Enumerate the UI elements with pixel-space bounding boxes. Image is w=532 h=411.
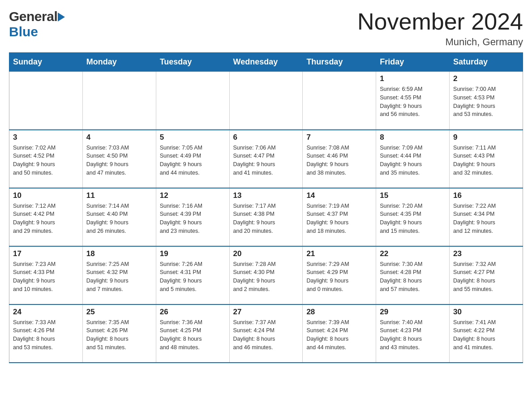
day-cell: 28Sunrise: 7:39 AMSunset: 4:24 PMDayligh…: [303, 304, 376, 363]
day-number: 22: [380, 249, 446, 258]
day-info: Sunrise: 7:28 AMSunset: 4:30 PMDaylight:…: [233, 260, 299, 294]
day-header-thursday: Thursday: [303, 53, 376, 72]
day-info: Sunrise: 7:35 AMSunset: 4:26 PMDaylight:…: [86, 318, 152, 352]
page-header: General Blue November 2024 Munich, Germa…: [9, 9, 523, 48]
week-row-4: 17Sunrise: 7:23 AMSunset: 4:33 PMDayligh…: [9, 246, 523, 304]
day-number: 14: [306, 191, 372, 200]
day-info: Sunrise: 7:03 AMSunset: 4:50 PMDaylight:…: [86, 144, 152, 177]
day-info: Sunrise: 7:30 AMSunset: 4:28 PMDaylight:…: [380, 260, 446, 294]
day-cell: 1Sunrise: 6:59 AMSunset: 4:55 PMDaylight…: [376, 72, 450, 130]
day-number: 13: [233, 191, 299, 200]
calendar-table: SundayMondayTuesdayWednesdayThursdayFrid…: [9, 52, 523, 363]
day-number: 2: [453, 74, 519, 83]
week-row-5: 24Sunrise: 7:33 AMSunset: 4:26 PMDayligh…: [9, 304, 523, 363]
logo: General Blue: [9, 9, 65, 39]
day-info: Sunrise: 7:05 AMSunset: 4:49 PMDaylight:…: [160, 144, 226, 177]
day-cell: 25Sunrise: 7:35 AMSunset: 4:26 PMDayligh…: [82, 304, 156, 363]
day-number: 16: [453, 191, 519, 200]
day-number: 30: [453, 308, 519, 317]
day-cell: 27Sunrise: 7:37 AMSunset: 4:24 PMDayligh…: [229, 304, 303, 363]
day-number: 17: [13, 249, 79, 258]
day-cell: [303, 72, 376, 130]
day-cell: [156, 72, 229, 130]
day-info: Sunrise: 7:02 AMSunset: 4:52 PMDaylight:…: [13, 144, 79, 177]
day-number: 20: [233, 249, 299, 258]
day-cell: 29Sunrise: 7:40 AMSunset: 4:23 PMDayligh…: [376, 304, 450, 363]
day-number: 25: [86, 308, 152, 317]
day-cell: 24Sunrise: 7:33 AMSunset: 4:26 PMDayligh…: [9, 304, 83, 363]
day-number: 5: [160, 133, 226, 142]
day-number: 24: [13, 308, 79, 317]
day-info: Sunrise: 7:06 AMSunset: 4:47 PMDaylight:…: [233, 144, 299, 177]
day-info: Sunrise: 7:09 AMSunset: 4:44 PMDaylight:…: [380, 144, 446, 177]
day-number: 29: [380, 308, 446, 317]
day-header-monday: Monday: [82, 53, 156, 72]
day-header-friday: Friday: [376, 53, 450, 72]
day-info: Sunrise: 7:00 AMSunset: 4:53 PMDaylight:…: [453, 85, 519, 119]
day-number: 27: [233, 308, 299, 317]
day-cell: 18Sunrise: 7:25 AMSunset: 4:32 PMDayligh…: [82, 246, 156, 304]
day-header-saturday: Saturday: [450, 53, 523, 72]
day-cell: 9Sunrise: 7:11 AMSunset: 4:43 PMDaylight…: [450, 130, 523, 188]
day-info: Sunrise: 7:14 AMSunset: 4:40 PMDaylight:…: [86, 202, 152, 235]
day-info: Sunrise: 7:16 AMSunset: 4:39 PMDaylight:…: [160, 202, 226, 235]
day-number: 11: [86, 191, 152, 200]
day-info: Sunrise: 7:25 AMSunset: 4:32 PMDaylight:…: [86, 260, 152, 294]
day-info: Sunrise: 7:19 AMSunset: 4:37 PMDaylight:…: [306, 202, 372, 235]
day-info: Sunrise: 7:12 AMSunset: 4:42 PMDaylight:…: [13, 202, 79, 235]
logo-general-text: General: [9, 9, 57, 24]
day-cell: 2Sunrise: 7:00 AMSunset: 4:53 PMDaylight…: [450, 72, 523, 130]
day-cell: 19Sunrise: 7:26 AMSunset: 4:31 PMDayligh…: [156, 246, 229, 304]
day-number: 4: [86, 133, 152, 142]
day-cell: 22Sunrise: 7:30 AMSunset: 4:28 PMDayligh…: [376, 246, 450, 304]
day-info: Sunrise: 7:08 AMSunset: 4:46 PMDaylight:…: [306, 144, 372, 177]
day-number: 19: [160, 249, 226, 258]
day-number: 21: [306, 249, 372, 258]
day-number: 10: [13, 191, 79, 200]
day-info: Sunrise: 7:41 AMSunset: 4:22 PMDaylight:…: [453, 318, 519, 352]
day-info: Sunrise: 7:11 AMSunset: 4:43 PMDaylight:…: [453, 144, 519, 177]
day-cell: 17Sunrise: 7:23 AMSunset: 4:33 PMDayligh…: [9, 246, 83, 304]
day-info: Sunrise: 7:40 AMSunset: 4:23 PMDaylight:…: [380, 318, 446, 352]
day-number: 8: [380, 133, 446, 142]
days-of-week-row: SundayMondayTuesdayWednesdayThursdayFrid…: [9, 53, 523, 72]
day-cell: 11Sunrise: 7:14 AMSunset: 4:40 PMDayligh…: [82, 188, 156, 246]
day-info: Sunrise: 7:17 AMSunset: 4:38 PMDaylight:…: [233, 202, 299, 235]
month-year-title: November 2024: [357, 9, 523, 34]
day-info: Sunrise: 7:29 AMSunset: 4:29 PMDaylight:…: [306, 260, 372, 294]
day-cell: 6Sunrise: 7:06 AMSunset: 4:47 PMDaylight…: [229, 130, 303, 188]
day-number: 9: [453, 133, 519, 142]
day-info: Sunrise: 6:59 AMSunset: 4:55 PMDaylight:…: [380, 85, 446, 119]
day-number: 3: [13, 133, 79, 142]
day-cell: 10Sunrise: 7:12 AMSunset: 4:42 PMDayligh…: [9, 188, 83, 246]
day-cell: 14Sunrise: 7:19 AMSunset: 4:37 PMDayligh…: [303, 188, 376, 246]
week-row-3: 10Sunrise: 7:12 AMSunset: 4:42 PMDayligh…: [9, 188, 523, 246]
logo-blue-text: Blue: [9, 24, 38, 39]
day-header-tuesday: Tuesday: [156, 53, 229, 72]
day-cell: 16Sunrise: 7:22 AMSunset: 4:34 PMDayligh…: [450, 188, 523, 246]
day-number: 18: [86, 249, 152, 258]
day-number: 15: [380, 191, 446, 200]
day-cell: [82, 72, 156, 130]
day-cell: 7Sunrise: 7:08 AMSunset: 4:46 PMDaylight…: [303, 130, 376, 188]
day-info: Sunrise: 7:23 AMSunset: 4:33 PMDaylight:…: [13, 260, 79, 294]
day-number: 23: [453, 249, 519, 258]
day-cell: 20Sunrise: 7:28 AMSunset: 4:30 PMDayligh…: [229, 246, 303, 304]
day-cell: 4Sunrise: 7:03 AMSunset: 4:50 PMDaylight…: [82, 130, 156, 188]
day-cell: [229, 72, 303, 130]
week-row-2: 3Sunrise: 7:02 AMSunset: 4:52 PMDaylight…: [9, 130, 523, 188]
day-number: 26: [160, 308, 226, 317]
day-cell: 12Sunrise: 7:16 AMSunset: 4:39 PMDayligh…: [156, 188, 229, 246]
day-info: Sunrise: 7:32 AMSunset: 4:27 PMDaylight:…: [453, 260, 519, 294]
week-row-1: 1Sunrise: 6:59 AMSunset: 4:55 PMDaylight…: [9, 72, 523, 130]
day-info: Sunrise: 7:22 AMSunset: 4:34 PMDaylight:…: [453, 202, 519, 235]
day-cell: 26Sunrise: 7:36 AMSunset: 4:25 PMDayligh…: [156, 304, 229, 363]
day-cell: 30Sunrise: 7:41 AMSunset: 4:22 PMDayligh…: [450, 304, 523, 363]
day-info: Sunrise: 7:20 AMSunset: 4:35 PMDaylight:…: [380, 202, 446, 235]
day-number: 6: [233, 133, 299, 142]
day-cell: 8Sunrise: 7:09 AMSunset: 4:44 PMDaylight…: [376, 130, 450, 188]
day-header-wednesday: Wednesday: [229, 53, 303, 72]
day-cell: 21Sunrise: 7:29 AMSunset: 4:29 PMDayligh…: [303, 246, 376, 304]
title-area: November 2024 Munich, Germany: [357, 9, 523, 48]
day-cell: [9, 72, 83, 130]
